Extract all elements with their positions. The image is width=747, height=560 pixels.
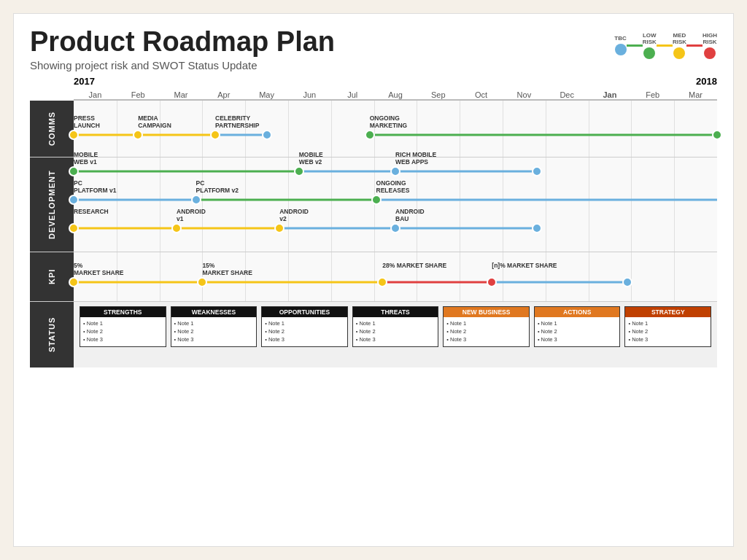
gantt-dot-end-0 (197, 277, 207, 287)
dev-content: MOBILE WEB v1MOBILE WEB v2RICH MOBILE WE… (74, 158, 717, 252)
swot-box-6: STRATEGYNote 1Note 2Note 3 (624, 306, 711, 347)
swot-note: Note 1 (83, 319, 163, 327)
swot-header-6: STRATEGY (625, 307, 711, 317)
legend-dot (673, 47, 685, 59)
month-cell-9: Oct (460, 90, 503, 99)
gantt-line-1 (202, 281, 382, 283)
comms-label: COMMS (30, 101, 74, 157)
gantt-label-3: PC PLATFORM v1 (74, 179, 116, 194)
swot-body-2: Note 1Note 2Note 3 (262, 317, 347, 346)
grid-line (631, 101, 632, 157)
month-cell-13: Feb (631, 90, 674, 99)
grid-line (503, 252, 503, 301)
gantt-line-0 (74, 171, 299, 173)
gantt-label-0: PRESS LAUNCH (74, 114, 100, 129)
gantt-dot-end-1 (210, 130, 220, 140)
kpi-content: 5% MARKET SHARE15% MARKET SHARE28% MARKE… (74, 252, 717, 301)
gantt-dot-end-9 (532, 223, 542, 233)
grid-line (503, 101, 503, 157)
grid-line (331, 101, 332, 157)
month-cell-12: Jan (589, 90, 632, 99)
legend-connector (657, 44, 673, 47)
grid-line (589, 158, 589, 252)
swot-header-4: NEW BUSINESS (444, 307, 529, 317)
gantt-dot-end-0 (294, 166, 304, 176)
legend-item-3: HIGH RISK (686, 33, 717, 59)
gantt-label-0: 5% MARKET SHARE (74, 262, 123, 276)
swot-note: Note 1 (174, 319, 254, 327)
grid-line (589, 252, 589, 301)
swot-note: Note 3 (265, 335, 344, 343)
swot-note: Note 2 (356, 327, 436, 335)
grid-line (460, 101, 460, 157)
legend-item-0: TBC (614, 36, 626, 55)
title-block: Product Roadmap Plan Showing project ris… (30, 27, 335, 71)
swot-note: Note 1 (538, 319, 617, 327)
main-title: Product Roadmap Plan (30, 27, 335, 58)
gantt-label-7: ANDROID v1 (177, 208, 206, 222)
legend-dot (643, 47, 655, 59)
gantt-line-8 (279, 228, 395, 230)
grid-line (160, 252, 160, 301)
gantt-label-8: ANDROID v2 (279, 208, 309, 222)
gantt-label-3: ONGOING MARKETING (370, 114, 407, 129)
grid-line (417, 252, 417, 301)
legend-connector (686, 44, 703, 47)
gantt-dot-end-1 (390, 166, 400, 176)
swot-note: Note 2 (628, 327, 708, 335)
gantt-line-5 (376, 199, 717, 201)
legend-label: HIGH RISK (703, 33, 717, 46)
swot-header-3: THREATS (353, 307, 438, 317)
gantt-dot-start-0 (69, 277, 79, 287)
gantt-line-2 (395, 171, 537, 173)
grid-line (417, 101, 417, 157)
dev-row: DEVELOPMENT MOBILE WEB v1MOBILE WEB v2RI… (30, 158, 717, 252)
gantt-line-1 (138, 133, 215, 136)
grid-line (631, 158, 632, 252)
gantt-dot-end-4 (371, 195, 382, 205)
swot-note: Note 3 (356, 335, 436, 343)
grid-line (117, 101, 117, 157)
grid-line (117, 252, 117, 301)
month-cell-4: May (245, 90, 288, 99)
legend-dot (704, 47, 716, 59)
month-cell-14: Mar (674, 90, 717, 99)
gantt-label-3: [n]% MARKET SHARE (492, 262, 557, 269)
gantt-dot-start-3 (365, 130, 375, 140)
grid-line (546, 158, 546, 252)
gantt-line-2 (382, 281, 492, 283)
main-container: Product Roadmap Plan Showing project ris… (13, 13, 734, 547)
swot-box-0: STRENGTHSNote 1Note 2Note 3 (80, 306, 166, 347)
gantt-label-0: MOBILE WEB v1 (74, 151, 98, 166)
gantt-dot-end-1 (377, 277, 387, 287)
status-row: STATUS STRENGTHSNote 1Note 2Note 3WEAKNE… (30, 302, 717, 368)
swot-header-2: OPPORTUNITIES (262, 307, 347, 317)
swot-note: Note 2 (265, 327, 344, 335)
gantt-label-6: RESEARCH (74, 208, 109, 215)
swot-body-5: Note 1Note 2Note 3 (535, 317, 620, 346)
legend-item-1: LOW RISK (627, 33, 657, 59)
grid-line (674, 252, 675, 301)
gantt-line-3 (74, 199, 196, 201)
gantt-label-1: MEDIA CAMPAIGN (138, 114, 171, 129)
subtitle: Showing project risk and SWOT Status Upd… (30, 59, 335, 71)
gantt-dot-end-3 (622, 277, 632, 287)
swot-note: Note 1 (265, 319, 344, 327)
gantt-dot-start-3 (69, 195, 79, 205)
gantt-line-0 (74, 281, 202, 283)
month-cell-0: Jan (74, 90, 117, 99)
legend-label: TBC (614, 36, 626, 42)
gantt-dot-end-3 (191, 195, 201, 205)
grid-line (331, 252, 332, 301)
grid-line (674, 158, 675, 252)
gantt-dot-end-2 (487, 277, 497, 287)
grid-line (546, 252, 546, 301)
grid-line (674, 101, 675, 157)
month-cell-2: Mar (160, 90, 203, 99)
legend-dot (615, 44, 627, 55)
month-cell-6: Jul (331, 90, 374, 99)
swot-header-1: WEAKNESSES (171, 307, 257, 317)
gantt-dot-end-2 (532, 166, 542, 176)
month-cell-11: Dec (546, 90, 589, 99)
year-2018: 2018 (696, 76, 717, 87)
